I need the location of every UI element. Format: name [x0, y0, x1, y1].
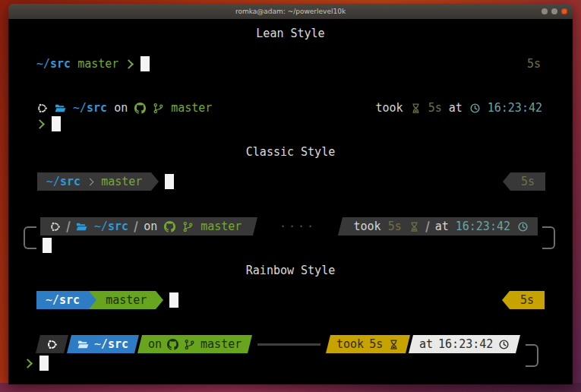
window-controls — [542, 8, 567, 14]
prompt-chevron-icon — [35, 119, 45, 129]
current-time: 16:23:42 — [456, 220, 510, 233]
git-branch-icon — [182, 221, 194, 232]
prompt-chevron-icon — [23, 359, 33, 368]
on-label: on — [144, 220, 157, 233]
lean-style-heading: Lean Style — [8, 27, 573, 40]
directory-segment: ~/src — [36, 291, 89, 309]
command-duration: 5s — [521, 175, 535, 188]
terminal-window: romka@adam: ~/powerlevel10k Lean Style ~… — [8, 4, 573, 384]
frame-bracket-right — [526, 344, 538, 367]
hourglass-icon — [410, 103, 422, 114]
separator-slash-icon — [425, 221, 430, 232]
command-duration: 5s — [388, 220, 402, 233]
clock-icon — [498, 339, 510, 350]
git-branch-icon — [153, 103, 164, 114]
powerline-arrow-icon — [503, 172, 510, 191]
folder-icon — [76, 221, 87, 232]
titlebar[interactable]: romka@adam: ~/powerlevel10k — [8, 4, 573, 19]
ubuntu-logo-icon — [46, 339, 58, 350]
ubuntu-logo-icon — [49, 221, 61, 232]
os-segment — [36, 335, 68, 353]
powerline-segment: ~/src master — [37, 172, 151, 191]
clock-icon — [517, 221, 529, 232]
rainbow-prompt-short: ~/src master 5s — [36, 291, 545, 309]
folder-icon — [55, 103, 66, 114]
current-time: 16:23:42 — [438, 337, 493, 351]
octocat-icon — [167, 339, 178, 350]
folder-icon — [77, 339, 89, 350]
on-label: on — [148, 337, 162, 351]
branch-name: master — [101, 175, 142, 188]
powerline-arrow-icon — [89, 291, 96, 309]
rainbow-prompt-full-line2 — [24, 355, 49, 371]
current-directory: ~/src — [46, 293, 80, 307]
frame-bracket-right — [542, 226, 555, 249]
powerline-arrow-icon — [156, 291, 163, 309]
powerline-arrow-icon — [151, 172, 159, 191]
frame-bracket-left — [24, 226, 36, 249]
ubuntu-logo-icon — [36, 103, 48, 114]
hourglass-icon — [388, 339, 399, 350]
command-duration: 5s — [369, 337, 383, 351]
time-segment: at 16:23:42 — [409, 335, 520, 353]
powerline-arrow-icon — [502, 291, 510, 309]
duration-segment: took 5s — [326, 335, 410, 353]
on-label: on — [114, 101, 128, 115]
at-label: at — [449, 101, 463, 115]
rainbow-prompt-full: ~/src on master took 5s — [8, 335, 573, 378]
at-label: at — [419, 337, 433, 351]
branch-name: master — [171, 101, 212, 115]
branch-segment: master — [96, 291, 156, 309]
powerline-segment: ~/src on master — [40, 217, 251, 236]
separator-slash-icon — [134, 221, 138, 232]
current-directory: ~/src — [94, 337, 128, 351]
command-duration: 5s — [428, 101, 442, 115]
separator-chevron-icon — [87, 178, 94, 185]
classic-prompt-full: ~/src on master ···· took 5s — [8, 217, 573, 257]
clock-icon — [469, 103, 481, 114]
took-label: took — [336, 337, 364, 351]
classic-prompt-full-line2 — [43, 237, 52, 254]
text-cursor — [39, 356, 49, 371]
minimize-button[interactable] — [542, 8, 548, 14]
branch-name: master — [77, 57, 118, 71]
text-cursor — [43, 238, 52, 253]
current-directory: ~/src — [73, 101, 107, 115]
lean-prompt-full-line1: ~/src on master took 5s at 16:23:42 — [36, 100, 542, 116]
command-duration: 5s — [520, 293, 534, 307]
octocat-icon — [164, 221, 175, 232]
took-label: took — [376, 101, 403, 115]
branch-name: master — [201, 337, 242, 351]
text-cursor — [52, 116, 61, 131]
command-duration: 5s — [527, 57, 541, 71]
close-button[interactable] — [561, 8, 567, 14]
lean-prompt-full-line2 — [36, 115, 61, 132]
rainbow-style-heading: Rainbow Style — [8, 264, 573, 277]
classic-prompt-short: ~/src master 5s — [37, 172, 545, 191]
maximize-button[interactable] — [551, 8, 557, 14]
text-cursor — [141, 56, 150, 71]
gap-dots: ···· — [255, 220, 339, 233]
current-time: 16:23:42 — [488, 101, 542, 115]
git-branch-icon — [184, 339, 195, 350]
separator-slash-icon — [66, 221, 71, 232]
powerline-segment: 5s — [510, 172, 545, 191]
classic-style-heading: Classic Style — [8, 146, 573, 159]
current-directory: ~/src — [36, 57, 71, 71]
text-cursor — [165, 174, 174, 189]
duration-segment: 5s — [510, 291, 545, 309]
desktop: romka@adam: ~/powerlevel10k Lean Style ~… — [0, 0, 581, 392]
took-label: took — [354, 220, 381, 233]
current-directory: ~/src — [46, 175, 81, 188]
hourglass-icon — [409, 221, 420, 232]
current-directory: ~/src — [94, 220, 128, 233]
terminal-body[interactable]: Lean Style ~/src master 5s ~/sr — [8, 19, 573, 384]
branch-name: master — [201, 220, 242, 233]
branch-name: master — [106, 293, 147, 307]
text-cursor — [169, 292, 178, 308]
at-label: at — [435, 220, 449, 233]
branch-segment: on master — [137, 335, 252, 353]
directory-segment: ~/src — [67, 335, 139, 353]
powerline-segment: took 5s at 16:23:42 — [345, 217, 538, 236]
lean-prompt-short: ~/src master 5s — [36, 55, 541, 72]
